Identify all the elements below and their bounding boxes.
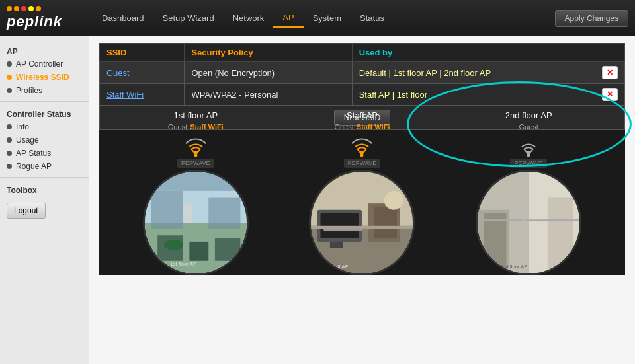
- delete-staff-button[interactable]: ✕: [602, 88, 618, 101]
- sidebar-item-info[interactable]: Info: [0, 120, 89, 133]
- ap-label-2nd-floor: 2nd floor AP: [505, 110, 552, 120]
- bullet-info: [7, 124, 12, 129]
- ap-station-1st-floor: 1st floor AP Guest Staff WiFi PEPWAVE: [130, 110, 262, 275]
- sidebar-divider2: [0, 177, 89, 178]
- sidebar-item-ap-controller[interactable]: AP Controller: [0, 57, 89, 71]
- wifi-labels-1st-floor: Guest Staff WiFi: [168, 123, 224, 131]
- svg-rect-10: [183, 203, 192, 223]
- ap-stations-section: 1st floor AP Guest Staff WiFi PEPWAVE: [99, 130, 625, 275]
- office-lobby-svg: 1st floor AP: [145, 170, 247, 275]
- logo: peplink: [7, 6, 62, 30]
- svg-point-8: [164, 240, 183, 250]
- dot-orange2: [14, 6, 19, 11]
- nav-status[interactable]: Status: [351, 9, 394, 27]
- wifi-label-guest-2: Guest: [334, 123, 353, 131]
- wifi-labels-2nd-floor: Guest: [519, 123, 538, 131]
- wifi-label-guest-1: Guest: [168, 123, 187, 131]
- ap-image-1st-floor: 1st floor AP: [143, 170, 249, 275]
- svg-point-22: [384, 191, 403, 210]
- svg-rect-19: [375, 207, 398, 238]
- wifi-label-staff-2: Staff WiFi: [357, 123, 390, 131]
- wifi-icon-2nd-floor: [512, 133, 545, 159]
- office-hallway-svg: 2nd floor AP: [478, 170, 579, 275]
- security-guest: Open (No Encryption): [185, 62, 352, 84]
- logo-text: peplink: [7, 13, 62, 30]
- svg-rect-6: [189, 242, 208, 261]
- logo-dots: [7, 6, 41, 11]
- wifi-labels-staff: Guest Staff WiFi: [334, 123, 390, 131]
- sidebar-item-ap-status[interactable]: AP Status: [0, 147, 89, 160]
- svg-point-0: [194, 153, 197, 157]
- wifi-icon-1st-floor: [179, 133, 212, 159]
- main-nav: Dashboard Setup Wizard Network AP System…: [93, 9, 628, 28]
- col-header-security: Security Policy: [185, 44, 352, 62]
- svg-text:2nd floor AP: 2nd floor AP: [500, 264, 528, 270]
- header: peplink Dashboard Setup Wizard Network A…: [0, 0, 635, 36]
- ap-device-label-2: PEPWAVE: [344, 159, 381, 168]
- ap-image-2nd-floor: 2nd floor AP: [476, 170, 581, 275]
- sidebar: AP AP Controller Wireless SSID Profiles …: [0, 36, 89, 364]
- bullet-ap-status: [7, 151, 12, 156]
- col-header-ssid: SSID: [100, 44, 185, 62]
- nav-network[interactable]: Network: [224, 9, 274, 27]
- wifi-icon-staff: [345, 133, 378, 159]
- sidebar-toolbox: Toolbox: [0, 182, 89, 196]
- sidebar-ap-title: AP: [0, 43, 89, 57]
- ap-label-1st-floor: 1st floor AP: [174, 110, 218, 120]
- svg-rect-17: [330, 242, 343, 248]
- col-header-action: [595, 44, 625, 62]
- usedby-staff: Staff AP | 1st floor: [352, 84, 595, 106]
- ssid-staff-link[interactable]: Staff WiFi: [106, 90, 144, 100]
- ap-label-staff: Staff AP: [347, 110, 378, 120]
- delete-staff-cell: ✕: [595, 84, 625, 106]
- svg-point-12: [360, 153, 364, 157]
- bullet-rogue-ap: [7, 164, 12, 169]
- bullet-ap-controller: [7, 61, 12, 67]
- svg-rect-7: [215, 238, 241, 261]
- svg-rect-31: [478, 219, 579, 221]
- ap-device-label-3: PEPWAVE: [510, 159, 547, 168]
- svg-rect-32: [523, 172, 525, 273]
- sidebar-divider: [0, 101, 89, 102]
- sidebar-item-usage[interactable]: Usage: [0, 133, 89, 147]
- main-content: SSID Security Policy Used by Guest Open …: [89, 36, 635, 364]
- nav-ap[interactable]: AP: [273, 9, 303, 28]
- nav-setup-wizard[interactable]: Setup Wizard: [153, 9, 224, 27]
- svg-point-24: [527, 153, 530, 157]
- bullet-wireless-ssid: [7, 75, 12, 80]
- nav-dashboard[interactable]: Dashboard: [93, 9, 153, 27]
- bullet-usage: [7, 137, 12, 143]
- logout-button[interactable]: Logout: [7, 203, 46, 219]
- ap-station-staff: Staff AP Guest Staff WiFi PEPWAVE: [296, 110, 428, 275]
- sidebar-item-profiles[interactable]: Profiles: [0, 84, 89, 97]
- svg-rect-20: [311, 226, 413, 229]
- ssid-guest-link[interactable]: Guest: [106, 68, 130, 78]
- sidebar-item-rogue-ap[interactable]: Rogue AP: [0, 160, 89, 173]
- svg-rect-9: [145, 172, 247, 191]
- ap-station-2nd-floor: 2nd floor AP Guest PEPWAVE: [462, 110, 595, 275]
- wifi-label-staff-1: Staff WiFi: [190, 123, 224, 131]
- wifi-label-guest-3: Guest: [519, 123, 538, 131]
- office-desk-svg: Staff AP: [311, 170, 413, 275]
- svg-rect-30: [548, 198, 573, 274]
- nav-system[interactable]: System: [304, 9, 351, 27]
- apply-changes-button[interactable]: Apply Changes: [555, 10, 628, 27]
- sidebar-item-wireless-ssid[interactable]: Wireless SSID: [0, 71, 89, 84]
- sidebar-controller-status: Controller Status: [0, 106, 89, 120]
- bullet-profiles: [7, 88, 12, 93]
- table-row: Staff WiFi WPA/WPA2 - Personal Staff AP …: [100, 84, 625, 106]
- delete-guest-button[interactable]: ✕: [602, 66, 618, 79]
- svg-rect-4: [208, 198, 240, 229]
- ap-image-staff: Staff AP: [309, 170, 415, 275]
- dot-orange: [7, 6, 12, 11]
- security-staff: WPA/WPA2 - Personal: [185, 84, 352, 106]
- svg-rect-21: [324, 229, 362, 231]
- dot-orange3: [36, 6, 41, 11]
- svg-text:1st floor AP: 1st floor AP: [170, 261, 196, 267]
- col-header-usedby: Used by: [352, 44, 595, 62]
- table-row: Guest Open (No Encryption) Default | 1st…: [100, 62, 625, 84]
- delete-guest-cell: ✕: [595, 62, 625, 84]
- svg-rect-3: [151, 191, 183, 229]
- usedby-guest: Default | 1st floor AP | 2nd floor AP: [352, 62, 595, 84]
- dot-yellow: [28, 6, 34, 11]
